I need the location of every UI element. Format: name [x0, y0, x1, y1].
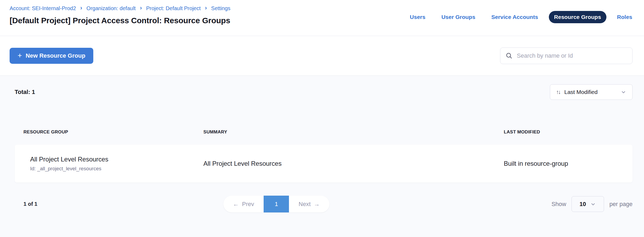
page-size-value: 10	[579, 201, 586, 208]
sort-dropdown-value: Last Modified	[564, 89, 616, 95]
column-header-resource-group: RESOURCE GROUP	[15, 129, 203, 135]
per-page-label: per page	[609, 201, 633, 208]
breadcrumb-settings-link[interactable]: Settings	[211, 5, 230, 12]
tab-resource-groups[interactable]: Resource Groups	[549, 11, 606, 23]
current-page-button[interactable]: 1	[264, 196, 289, 212]
resource-groups-page: Account: SEI-Internal-Prod2 › Organizati…	[0, 0, 644, 237]
page-header: Account: SEI-Internal-Prod2 › Organizati…	[0, 0, 644, 36]
breadcrumb-separator-icon: ›	[80, 5, 82, 11]
summary-cell: All Project Level Resources	[203, 160, 504, 167]
sort-dropdown[interactable]: ↑↓ Last Modified	[550, 84, 633, 100]
table-row[interactable]: All Project Level Resources Id: _all_pro…	[15, 145, 633, 183]
page-size-group: Show 10 per page	[552, 196, 633, 212]
next-label: Next	[299, 201, 311, 208]
toolbar: + New Resource Group	[0, 36, 644, 76]
sort-arrows-icon: ↑↓	[556, 89, 560, 95]
access-control-tabs: Users User Groups Service Accounts Resou…	[405, 11, 638, 23]
header-left: Account: SEI-Internal-Prod2 › Organizati…	[10, 5, 230, 36]
resource-group-name: All Project Level Resources	[30, 156, 203, 163]
plus-icon: +	[18, 52, 22, 59]
breadcrumb-project-link[interactable]: Project: Default Project	[146, 5, 201, 12]
pagination-bar: 1 of 1 ← Prev 1 Next → Show 10	[15, 196, 633, 212]
pager: ← Prev 1 Next →	[223, 196, 329, 212]
search-icon	[506, 52, 513, 59]
breadcrumb-account-link[interactable]: Account: SEI-Internal-Prod2	[10, 5, 76, 12]
page-range-label: 1 of 1	[15, 201, 37, 207]
tab-roles[interactable]: Roles	[612, 11, 638, 23]
column-header-summary: SUMMARY	[203, 129, 504, 135]
resource-group-cell: All Project Level Resources Id: _all_pro…	[15, 156, 203, 172]
new-resource-group-label: New Resource Group	[26, 52, 85, 59]
next-page-button[interactable]: Next →	[289, 196, 329, 212]
page-size-select[interactable]: 10	[571, 196, 604, 212]
show-label: Show	[552, 201, 566, 208]
arrow-left-icon: ←	[233, 201, 239, 208]
page-title: [Default Project] Project Access Control…	[10, 16, 230, 25]
resource-group-id: Id: _all_project_level_resources	[30, 166, 203, 172]
tab-service-accounts[interactable]: Service Accounts	[486, 11, 543, 23]
search-input[interactable]	[517, 52, 627, 59]
total-count-label: Total: 1	[15, 89, 35, 96]
breadcrumb-separator-icon: ›	[140, 5, 142, 11]
chevron-down-icon	[590, 201, 596, 207]
tab-users[interactable]: Users	[405, 11, 431, 23]
last-modified-cell: Built in resource-group	[504, 160, 633, 167]
breadcrumb-separator-icon: ›	[205, 5, 207, 11]
arrow-right-icon: →	[314, 201, 320, 208]
breadcrumb-organization-link[interactable]: Organization: default	[86, 5, 136, 12]
prev-page-button[interactable]: ← Prev	[223, 196, 264, 212]
breadcrumb: Account: SEI-Internal-Prod2 › Organizati…	[10, 5, 230, 12]
chevron-down-icon	[621, 89, 626, 95]
prev-label: Prev	[242, 201, 254, 208]
search-box	[500, 48, 633, 64]
list-controls: Total: 1 ↑↓ Last Modified	[15, 84, 633, 100]
resource-group-list-section: Total: 1 ↑↓ Last Modified RESOURCE GROUP…	[0, 76, 644, 237]
table-header-row: RESOURCE GROUP SUMMARY LAST MODIFIED	[15, 129, 633, 135]
new-resource-group-button[interactable]: + New Resource Group	[10, 48, 93, 64]
tab-user-groups[interactable]: User Groups	[436, 11, 481, 23]
column-header-last-modified: LAST MODIFIED	[504, 129, 633, 135]
